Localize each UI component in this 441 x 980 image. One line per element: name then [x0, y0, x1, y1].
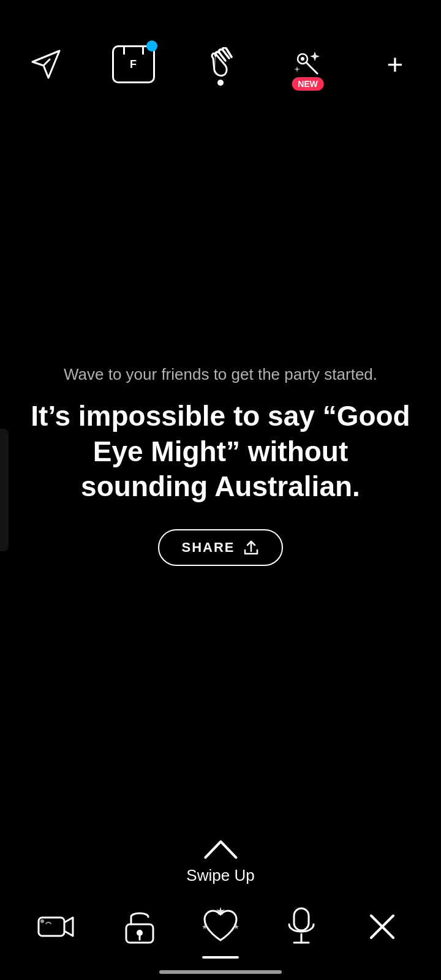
microphone-button[interactable] [277, 902, 326, 951]
unlock-button[interactable] [115, 902, 164, 951]
flashback-button[interactable]: F [112, 43, 155, 86]
microphone-icon [285, 907, 317, 946]
subtitle-text: Wave to your friends to get the party st… [31, 365, 410, 384]
bottom-toolbar [0, 891, 441, 980]
home-indicator [159, 970, 282, 974]
share-label: SHARE [181, 540, 235, 556]
main-content-area: Wave to your friends to get the party st… [0, 0, 441, 980]
flashback-notification-dot [146, 40, 157, 51]
share-button[interactable]: SHARE [158, 529, 282, 566]
camera-video-button[interactable] [34, 902, 83, 951]
new-badge: NEW [292, 77, 324, 91]
svg-point-3 [40, 919, 44, 923]
svg-rect-6 [294, 908, 309, 930]
send-button[interactable] [24, 43, 67, 86]
svg-point-1 [301, 57, 304, 61]
main-quote-text: It’s impossible to say “Good Eye Might” … [31, 399, 410, 505]
swipe-up-label: Swipe Up [186, 866, 254, 885]
add-button[interactable]: + [374, 43, 417, 86]
swipe-up-chevron [199, 837, 242, 861]
unlock-icon [123, 908, 157, 945]
reactions-heart-button[interactable] [196, 902, 245, 951]
share-icon [243, 539, 260, 556]
top-navigation-bar: F NEW + [0, 0, 441, 110]
new-feature-button[interactable]: NEW [287, 43, 330, 86]
flashback-tv-icon: F [112, 45, 155, 83]
plus-icon: + [387, 50, 404, 78]
heart-sparkle-icon [198, 905, 243, 949]
close-button[interactable] [358, 902, 407, 951]
left-panel-hint [0, 429, 9, 551]
wave-button[interactable] [199, 43, 242, 86]
swipe-up-area[interactable]: Swipe Up [186, 837, 254, 885]
close-icon [366, 911, 398, 943]
flashback-label: F [130, 58, 137, 71]
wave-dot [217, 80, 224, 86]
camera-icon [37, 911, 80, 942]
